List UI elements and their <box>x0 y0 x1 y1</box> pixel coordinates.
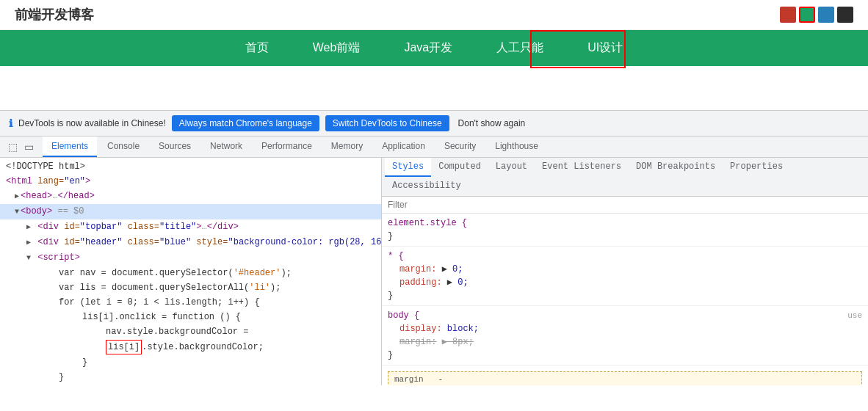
device-toolbar-icon[interactable]: ▭ <box>22 140 35 153</box>
tab-application[interactable]: Application <box>373 137 434 157</box>
elem-script[interactable]: ▼ <script> <box>0 250 381 266</box>
elem-code-3: for (let i = 0; i < lis.length; i++) { <box>0 295 381 310</box>
styles-panel: Styles Computed Layout Event Listeners D… <box>382 158 868 385</box>
elem-code-5: nav.style.backgroundColor = <box>0 324 381 339</box>
switch-to-chinese-button[interactable]: Switch DevTools to Chinese <box>325 115 449 131</box>
nav-ui[interactable]: UI设计 <box>587 40 623 56</box>
css-rule-body: body { use display: block; margin: ▶ 8px… <box>382 306 868 365</box>
margin-value: - <box>438 375 444 384</box>
swatch-red[interactable] <box>780 7 796 23</box>
elem-code-7: } <box>0 355 381 370</box>
elem-html: <html lang="en"> <box>0 174 381 189</box>
swatch-dark[interactable] <box>837 7 853 23</box>
css-rule-element-style: element.style { } <box>382 214 868 247</box>
tab-memory[interactable]: Memory <box>322 137 372 157</box>
site-content-area <box>0 66 868 110</box>
tab-security[interactable]: Security <box>435 137 485 157</box>
swatch-blue[interactable] <box>818 7 834 23</box>
tab-performance[interactable]: Performance <box>253 137 321 157</box>
tab-sources[interactable]: Sources <box>150 137 200 157</box>
styles-tabs: Styles Computed Layout Event Listeners D… <box>382 158 868 197</box>
styles-tab-properties[interactable]: Properties <box>723 158 790 177</box>
elem-head[interactable]: ▶<head>…</head> <box>0 189 381 204</box>
elem-body[interactable]: ▼<body> == $0 <box>0 204 381 219</box>
site-topbar: 前端开发博客 <box>0 0 868 30</box>
site-title: 前端开发博客 <box>15 6 94 23</box>
elem-code-1: var nav = document.querySelector('#heade… <box>0 266 381 280</box>
notice-info-icon: ℹ <box>9 117 12 129</box>
color-swatches <box>780 7 853 23</box>
elements-panel[interactable]: <!DOCTYPE html> <html lang="en"> ▶<head>… <box>0 158 382 385</box>
styles-tab-dom-breakpoints[interactable]: DOM Breakpoints <box>629 158 723 177</box>
devtools-panel: ⬚ ▭ Elements Console Sources Network Per… <box>0 136 868 385</box>
nav-ai[interactable]: 人工只能 <box>496 40 543 56</box>
margin-box: margin - <box>388 371 862 385</box>
inspect-element-icon[interactable]: ⬚ <box>6 140 19 153</box>
tab-elements[interactable]: Elements <box>43 137 97 157</box>
styles-filter-input[interactable] <box>382 197 868 214</box>
styles-tab-layout[interactable]: Layout <box>488 158 535 177</box>
devtools-body: <!DOCTYPE html> <html lang="en"> ▶<head>… <box>0 158 868 385</box>
elem-code-8: } <box>0 370 381 385</box>
elem-code-2: var lis = document.querySelectorAll('li'… <box>0 280 381 295</box>
dont-show-again-button[interactable]: Don't show again <box>455 117 529 130</box>
styles-tab-computed[interactable]: Computed <box>431 158 488 177</box>
always-match-button[interactable]: Always match Chrome's language <box>172 115 319 131</box>
css-rule-star: * { margin: ▶ 0; padding: ▶ 0; } <box>382 247 868 306</box>
elem-div-header[interactable]: ▶ <div id="header" class="blue" style="b… <box>0 235 381 250</box>
nav-web[interactable]: Web前端 <box>313 40 361 56</box>
elem-div-topbar[interactable]: ▶ <div id="topbar" class="title">…</div> <box>0 219 381 235</box>
styles-tab-accessibility[interactable]: Accessibility <box>385 177 469 196</box>
site-nav: 首页 Web前端 Java开发 人工只能 UI设计 <box>0 30 868 66</box>
devtools-tab-icons: ⬚ ▭ <box>6 137 35 156</box>
highlighted-code: lis[i] <box>106 340 142 354</box>
elem-code-6: lis[i].style.backgroundColor; <box>0 339 381 355</box>
notice-text: DevTools is now available in Chinese! <box>18 118 166 128</box>
elem-code-4: lis[i].onclick = function () { <box>0 310 381 324</box>
nav-java[interactable]: Java开发 <box>404 40 452 56</box>
tab-lighthouse[interactable]: Lighthouse <box>486 137 547 157</box>
margin-label: margin <box>394 375 424 384</box>
nav-home[interactable]: 首页 <box>245 40 269 56</box>
styles-tab-event-listeners[interactable]: Event Listeners <box>535 158 629 177</box>
styles-tab-styles[interactable]: Styles <box>385 158 431 177</box>
elem-doctype: <!DOCTYPE html> <box>0 159 381 174</box>
tab-network[interactable]: Network <box>201 137 251 157</box>
swatch-green[interactable] <box>799 7 815 23</box>
tab-console[interactable]: Console <box>98 137 148 157</box>
devtools-tabs: ⬚ ▭ Elements Console Sources Network Per… <box>0 137 868 158</box>
devtools-notice: ℹ DevTools is now available in Chinese! … <box>0 110 868 136</box>
